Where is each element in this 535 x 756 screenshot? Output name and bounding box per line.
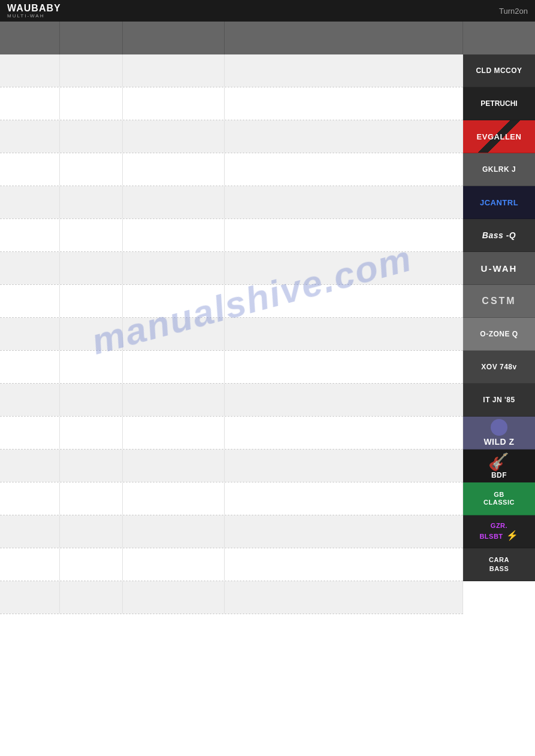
grid-header-col-4: [225, 22, 463, 54]
cell: [0, 581, 60, 614]
cell: [0, 450, 60, 482]
thumbnail-gzr-blsbt[interactable]: GZR. BLSBT ⚡: [463, 515, 535, 548]
cell: [0, 285, 60, 317]
cell: [225, 252, 463, 284]
thumbnail-gb-classic[interactable]: GB CLASSIC: [463, 482, 535, 515]
cell: [225, 285, 463, 317]
cell: [60, 417, 123, 449]
cell: [0, 153, 60, 186]
cell: [60, 351, 123, 383]
table-row: [0, 87, 463, 120]
cell: [0, 482, 60, 515]
grid-header-col-3: [123, 22, 225, 54]
grid-header-col-1: [0, 22, 60, 54]
table-row: [0, 482, 463, 515]
cell: [60, 285, 123, 317]
thumbnail-bdf[interactable]: 🎸 BDF: [463, 450, 535, 482]
cell: [123, 252, 225, 284]
cell: [60, 384, 123, 416]
brand-name: WAUBABY: [7, 4, 61, 13]
table-row: [0, 384, 463, 417]
app-header: WAUBABY MULTI-WAH Turn2on: [0, 0, 535, 22]
cell: [0, 351, 60, 383]
cell: [123, 581, 225, 614]
cell: [123, 417, 225, 449]
cell: [225, 318, 463, 350]
grid-header-row: [0, 22, 463, 54]
cell: [225, 120, 463, 153]
cell: [225, 417, 463, 449]
thumbnail-bass-q[interactable]: Bass -Q: [463, 219, 535, 252]
cell: [0, 219, 60, 251]
thumbnail-cara-bass[interactable]: CARA BASS: [463, 548, 535, 581]
cell: [60, 54, 123, 87]
cell: [60, 482, 123, 515]
cell: [225, 384, 463, 416]
cell: [0, 384, 60, 416]
table-row: [0, 54, 463, 87]
cell: [0, 252, 60, 284]
cell: [123, 548, 225, 581]
cell: [225, 219, 463, 251]
thumbnail-it-jn-85[interactable]: IT JN '85: [463, 384, 535, 417]
cell: [0, 186, 60, 218]
bdf-silhouette-icon: 🎸: [488, 452, 510, 472]
thumbnail-wild-z[interactable]: WILD Z: [463, 417, 535, 450]
thumbnail-o-zone-q[interactable]: O-ZONE Q: [463, 318, 535, 351]
cell: [123, 351, 225, 383]
cell: [0, 87, 60, 120]
cell: [60, 515, 123, 548]
thumbnail-xov-748v[interactable]: XOV 748v: [463, 351, 535, 384]
cell: [123, 54, 225, 87]
thumbnail-jcantrl[interactable]: JCANTRL: [463, 186, 535, 219]
cell: [60, 186, 123, 218]
thumbnail-petruchi[interactable]: PETRUCHI: [463, 87, 535, 120]
table-row: [0, 252, 463, 285]
cell: [0, 515, 60, 548]
thumbnail-cstm[interactable]: CSTM: [463, 285, 535, 318]
table-row: [0, 351, 463, 384]
wild-z-circle: [491, 419, 507, 436]
table-row: [0, 515, 463, 548]
cell: [60, 153, 123, 186]
cell: [225, 54, 463, 87]
cell: [60, 450, 123, 482]
brand-sub: MULTI-WAH: [7, 14, 61, 19]
cell: [60, 548, 123, 581]
table-row: [0, 120, 463, 153]
cell: [60, 120, 123, 153]
grid-left: [0, 22, 463, 614]
cell: [123, 450, 225, 482]
header-title: Turn2on: [499, 7, 528, 16]
cell: [60, 318, 123, 350]
table-row: [0, 285, 463, 318]
flash-icon: ⚡: [506, 530, 519, 541]
cell: [123, 515, 225, 548]
thumbnail-gklrk-j[interactable]: GKLRK J: [463, 153, 535, 186]
table-row: [0, 581, 463, 614]
thumbnail-u-wah[interactable]: U-WAH: [463, 252, 535, 285]
cell: [225, 515, 463, 548]
cell: [60, 252, 123, 284]
thumbnail-cld-mccoy[interactable]: CLD MCCOY: [463, 54, 535, 87]
main-container: CLD MCCOY PETRUCHI EVGALLEN GKLRK J JCAN…: [0, 22, 535, 614]
cell: [123, 87, 225, 120]
cell: [60, 87, 123, 120]
thumbnail-evgallen[interactable]: EVGALLEN: [463, 120, 535, 153]
table-row: [0, 186, 463, 219]
cell: [0, 548, 60, 581]
cell: [0, 417, 60, 449]
cell: [123, 120, 225, 153]
cell: [0, 318, 60, 350]
table-row: [0, 219, 463, 252]
cell: [225, 548, 463, 581]
table-row: [0, 417, 463, 450]
cell: [123, 219, 225, 251]
cell: [225, 482, 463, 515]
cell: [123, 153, 225, 186]
cell: [225, 87, 463, 120]
cell: [123, 186, 225, 218]
grid-header-col-2: [60, 22, 123, 54]
cell: [225, 186, 463, 218]
table-row: [0, 153, 463, 186]
